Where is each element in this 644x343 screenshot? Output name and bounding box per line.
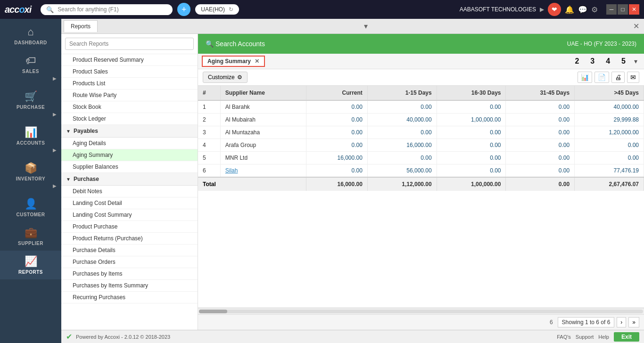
list-item[interactable]: Purchase Details bbox=[61, 245, 198, 256]
list-item[interactable]: Supplier Balances bbox=[61, 161, 198, 173]
minimize-button[interactable]: ─ bbox=[606, 4, 617, 15]
list-item[interactable]: Debit Notes bbox=[61, 186, 198, 197]
row-d45plus: 77,476.19 bbox=[575, 164, 644, 178]
horizontal-scrollbar[interactable] bbox=[198, 308, 644, 314]
sidebar-item-accounts[interactable]: 📊 ACCOUNTS ▶ bbox=[0, 122, 61, 157]
print-button[interactable]: 🖨 bbox=[611, 72, 625, 83]
company-name: AABASOFT TECHNOLOGIES bbox=[460, 6, 536, 13]
list-item[interactable]: Landing Cost Summary bbox=[61, 209, 198, 221]
powered-by-text: Powered by Accoxi - 2.0.12 © 2018-2023 bbox=[76, 334, 170, 340]
reports-panel: Product Reserved Summary Product Sales P… bbox=[61, 34, 644, 330]
table-row: 2 Al Mubairah 0.00 40,000.00 1,00,000.00… bbox=[198, 114, 644, 126]
pagination-next-button[interactable]: › bbox=[617, 317, 626, 327]
active-tab-close[interactable]: ✕ bbox=[255, 58, 259, 65]
global-search-input[interactable] bbox=[58, 6, 161, 13]
list-item[interactable]: Stock Ledger bbox=[61, 113, 198, 125]
customize-button[interactable]: Customize ⚙ bbox=[203, 72, 248, 83]
row-d31-45: 0.00 bbox=[506, 100, 575, 114]
purchase-section-header[interactable]: ▼ Purchase bbox=[61, 173, 198, 186]
exit-button[interactable]: Exit bbox=[614, 332, 639, 342]
sidebar-item-inventory[interactable]: 📦 INVENTORY ▶ bbox=[0, 157, 61, 193]
table-row: 5 MNR Ltd 16,000.00 0.00 0.00 0.00 0.00 bbox=[198, 152, 644, 164]
tab-pin-icon[interactable]: ▾ bbox=[364, 22, 368, 31]
sidebar-item-reports[interactable]: 📈 REPORTS bbox=[0, 251, 61, 279]
payables-section-header[interactable]: ▼ Payables bbox=[61, 125, 198, 138]
sidebar-item-purchase[interactable]: 🛒 PURCHASE ▶ bbox=[0, 86, 61, 122]
reports-search[interactable] bbox=[61, 34, 198, 54]
export-xlsx-button[interactable]: 📊 bbox=[578, 72, 592, 83]
pagination-last-button[interactable]: » bbox=[628, 317, 639, 327]
number-4: 4 bbox=[600, 57, 616, 65]
table-container: # Supplier Name Current 1-15 Days 16-30 … bbox=[198, 86, 644, 308]
reports-tab[interactable]: Reports bbox=[64, 20, 98, 32]
sidebar-item-sales[interactable]: 🏷 SALES ▶ bbox=[0, 50, 61, 86]
inventory-arrow: ▶ bbox=[53, 183, 59, 188]
list-item-aging-summary[interactable]: Aging Summary bbox=[61, 149, 198, 161]
list-item[interactable]: Purchases by Items bbox=[61, 268, 198, 280]
chat-icon[interactable]: 💬 bbox=[578, 5, 587, 14]
active-report-tab: Aging Summary ✕ bbox=[202, 56, 265, 67]
list-item[interactable]: Product Sales bbox=[61, 66, 198, 78]
col-current: Current bbox=[306, 86, 367, 100]
row-d31-45: 0.00 bbox=[506, 139, 575, 152]
top-right-area: AABASOFT TECHNOLOGIES ▶ ❤ 🔔 💬 ⚙ ─ □ ✕ bbox=[460, 3, 639, 16]
reports-search-input[interactable] bbox=[65, 38, 194, 50]
list-item[interactable]: Purchases by Items Summary bbox=[61, 280, 198, 292]
table-row: 1 Al Barahk 0.00 0.00 0.00 0.00 40,000.0… bbox=[198, 100, 644, 114]
gear-icon[interactable]: ⚙ bbox=[591, 5, 598, 14]
export-pdf-button[interactable]: 📄 bbox=[594, 72, 609, 83]
sidebar-item-dashboard[interactable]: ⌂ DASHBOARD bbox=[0, 21, 61, 50]
row-num: 5 bbox=[198, 152, 220, 164]
supplier-name-cell: MNR Ltd bbox=[220, 152, 306, 164]
payables-section-label: Payables bbox=[74, 128, 98, 134]
list-item[interactable]: Purchase Orders bbox=[61, 256, 198, 268]
row-d1-15: 0.00 bbox=[367, 152, 437, 164]
footer-label: Total bbox=[198, 177, 306, 191]
company-selector[interactable]: UAE(HO) ↻ bbox=[195, 4, 239, 15]
email-button[interactable]: ✉ bbox=[627, 72, 639, 83]
help-link[interactable]: Help bbox=[598, 334, 609, 340]
bottom-right: FAQ's Support Help Exit bbox=[557, 332, 639, 342]
supplier-name-cell[interactable]: Silah bbox=[220, 164, 306, 178]
scrollbar-thumb bbox=[199, 310, 227, 313]
report-header: 🔍 Search Accounts UAE - HO (FY 2023 - 20… bbox=[198, 34, 644, 54]
tab-close-icon[interactable]: ✕ bbox=[633, 22, 639, 31]
row-d31-45: 0.00 bbox=[506, 164, 575, 178]
sidebar-label-purchase: PURCHASE bbox=[17, 105, 45, 110]
number-2: 2 bbox=[569, 57, 585, 65]
list-item[interactable]: Product Purchase bbox=[61, 221, 198, 233]
list-item[interactable]: Product Returns (Purchase) bbox=[61, 233, 198, 245]
table-row: 3 Al Muntazaha 0.00 0.00 0.00 0.00 1,20,… bbox=[198, 126, 644, 139]
sidebar-label-supplier: SUPPLIER bbox=[18, 241, 43, 246]
footer-d16-30: 1,00,000.00 bbox=[437, 177, 506, 191]
close-button[interactable]: ✕ bbox=[629, 4, 639, 15]
row-d1-15: 16,000.00 bbox=[367, 139, 437, 152]
list-item[interactable]: Aging Details bbox=[61, 138, 198, 149]
sidebar-item-customer[interactable]: 👤 CUSTOMER bbox=[0, 193, 61, 222]
reports-list: Product Reserved Summary Product Sales P… bbox=[61, 54, 198, 330]
maximize-button[interactable]: □ bbox=[618, 4, 628, 15]
top-icons: 🔔 💬 ⚙ bbox=[565, 5, 598, 14]
purchase-arrow-icon: ▼ bbox=[66, 177, 71, 182]
faqs-link[interactable]: FAQ's bbox=[557, 334, 571, 340]
footer-d1-15: 1,12,000.00 bbox=[367, 177, 437, 191]
tab-bar: Reports ▾ ✕ bbox=[61, 19, 644, 34]
more-icon[interactable]: ▾ bbox=[631, 57, 640, 65]
list-item[interactable]: Product Reserved Summary bbox=[61, 54, 198, 66]
list-item[interactable]: Landing Cost Detail bbox=[61, 197, 198, 209]
bell-icon[interactable]: 🔔 bbox=[565, 5, 574, 14]
table-row: 4 Arafa Group 0.00 16,000.00 0.00 0.00 0… bbox=[198, 139, 644, 152]
refresh-icon[interactable]: ↻ bbox=[229, 6, 233, 13]
list-item[interactable]: Recurring Purchases bbox=[61, 292, 198, 303]
list-item[interactable]: Products List bbox=[61, 78, 198, 90]
arrow-icon: ▶ bbox=[540, 6, 544, 13]
add-button[interactable]: + bbox=[177, 3, 190, 16]
sidebar-item-supplier[interactable]: 💼 SUPPLIER bbox=[0, 222, 61, 251]
global-search-bar[interactable]: 🔍 bbox=[41, 4, 173, 15]
inventory-icon: 📦 bbox=[25, 162, 37, 174]
support-link[interactable]: Support bbox=[576, 334, 594, 340]
col-supplier: Supplier Name bbox=[220, 86, 306, 100]
list-item[interactable]: Route Wise Party bbox=[61, 90, 198, 101]
list-item[interactable]: Stock Book bbox=[61, 101, 198, 113]
reports-sidebar: Product Reserved Summary Product Sales P… bbox=[61, 34, 198, 330]
